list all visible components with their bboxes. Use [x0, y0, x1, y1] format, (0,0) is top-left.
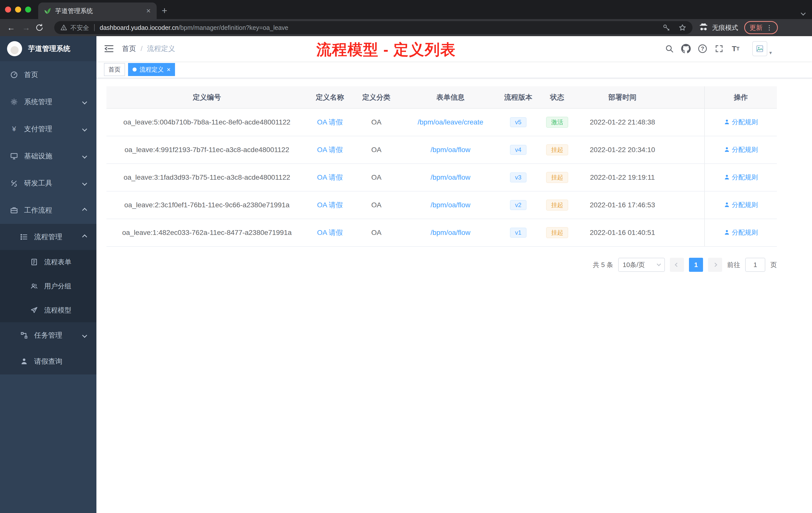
avatar[interactable] [752, 41, 767, 56]
sidebar-item-home[interactable]: 首页 [0, 61, 96, 88]
sidebar-item-workflow[interactable]: 工作流程 [0, 197, 96, 224]
form-link[interactable]: /bpm/oa/flow [431, 201, 470, 209]
current-page-button[interactable]: 1 [689, 258, 703, 272]
table-row: oa_leave:5:004b710b-7b8a-11ec-8ef0-acde4… [107, 109, 777, 136]
definition-name-link[interactable]: OA 请假 [317, 118, 343, 126]
cell-category: OA [352, 191, 400, 219]
person-icon [20, 357, 28, 365]
form-link[interactable]: /bpm/oa/flow [431, 146, 470, 154]
red-annotation: 流程模型 - 定义列表 [316, 40, 456, 60]
font-size-icon[interactable]: TT [731, 44, 741, 54]
breadcrumb-current: 流程定义 [147, 44, 175, 54]
collapse-sidebar-icon[interactable] [104, 44, 114, 53]
page-content: 定义编号 定义名称 定义分类 表单信息 流程版本 状态 部署时间 操作 [96, 78, 812, 513]
browser-menu-icon[interactable]: ⋮ [766, 24, 773, 31]
assign-rule-link[interactable]: 分配规则 [724, 145, 758, 154]
minimize-window-button[interactable] [15, 6, 21, 12]
password-key-icon[interactable] [662, 24, 670, 32]
tab-search-icon[interactable] [802, 7, 805, 17]
sidebar-item-user-group[interactable]: 用户分组 [0, 274, 96, 298]
security-label: 不安全 [70, 24, 89, 32]
breadcrumb-home[interactable]: 首页 [122, 44, 136, 54]
bookmark-star-icon[interactable] [678, 24, 687, 32]
assign-rule-link[interactable]: 分配规则 [724, 118, 758, 126]
top-navbar: 首页 / 流程定义 流程模型 - 定义列表 ? TT [96, 36, 812, 61]
github-icon[interactable] [681, 44, 691, 54]
cell-time: 2022-01-22 21:48:38 [579, 109, 666, 136]
paper-plane-icon [30, 306, 38, 314]
tag-home[interactable]: 首页 [104, 63, 125, 76]
search-icon[interactable] [664, 44, 674, 54]
sidebar-item-system[interactable]: 系统管理 [0, 88, 96, 116]
back-button[interactable]: ← [5, 24, 17, 32]
col-definition-category: 定义分类 [352, 86, 400, 109]
col-definition-name: 定义名称 [307, 86, 352, 109]
help-icon[interactable]: ? [697, 44, 707, 54]
assign-rule-link[interactable]: 分配规则 [724, 201, 758, 209]
tag-process-definition[interactable]: 流程定义 × [128, 63, 175, 76]
cell-category: OA [352, 136, 400, 163]
sidebar-item-devtools[interactable]: 研发工具 [0, 170, 96, 197]
forward-button[interactable]: → [20, 24, 32, 32]
next-page-button[interactable] [708, 258, 722, 272]
form-link[interactable]: /bpm/oa/flow [431, 174, 470, 181]
assign-rule-link[interactable]: 分配规则 [724, 173, 758, 182]
definition-name-link[interactable]: OA 请假 [317, 146, 343, 154]
address-bar[interactable]: 不安全 dashboard.yudao.iocoder.cn /bpm/mana… [54, 21, 693, 34]
definition-name-link[interactable]: OA 请假 [317, 174, 343, 181]
tag-close-icon[interactable]: × [167, 66, 171, 73]
definition-name-link[interactable]: OA 请假 [317, 229, 343, 236]
url-host: dashboard.yudao.iocoder.cn [100, 24, 178, 31]
page-unit-label: 页 [770, 261, 777, 269]
update-label[interactable]: 更新 [750, 23, 762, 32]
gear-icon [10, 98, 18, 106]
app-title: 芋道管理系统 [28, 44, 70, 54]
active-dot [133, 67, 137, 71]
new-tab-button[interactable]: + [162, 5, 167, 16]
workflow-submenu: 流程管理 流程表单 用户分组 流程模型 [0, 224, 96, 374]
chevron-up-icon [82, 234, 87, 239]
sidebar-item-process-model[interactable]: 流程模型 [0, 298, 96, 322]
sidebar-item-payment[interactable]: ¥ 支付管理 [0, 116, 96, 143]
tab-close-icon[interactable]: × [145, 6, 152, 15]
omnibox-divider [94, 24, 95, 31]
status-badge: 挂起 [546, 172, 568, 183]
status-badge: 挂起 [546, 144, 568, 155]
version-tag: v4 [510, 145, 526, 155]
fullscreen-icon[interactable] [714, 44, 724, 54]
assign-rule-link[interactable]: 分配规则 [724, 228, 758, 237]
window-controls [5, 6, 31, 12]
tools-icon [10, 179, 18, 187]
form-link[interactable]: /bpm/oa/leave/create [417, 118, 483, 126]
col-actions: 操作 [704, 86, 777, 109]
form-icon [30, 258, 38, 266]
sidebar-item-process-management[interactable]: 流程管理 [0, 224, 96, 250]
status-badge: 激活 [546, 117, 568, 128]
sidebar-item-task-management[interactable]: 任务管理 [0, 322, 96, 349]
zoom-window-button[interactable] [25, 6, 31, 12]
reload-button[interactable] [35, 23, 47, 32]
col-deploy-time: 部署时间 [579, 86, 666, 109]
cell-time: 2022-01-22 19:19:11 [579, 163, 666, 191]
sidebar-item-process-form[interactable]: 流程表单 [0, 250, 96, 274]
prev-page-button[interactable] [670, 258, 684, 272]
user-avatar-menu[interactable]: ▾ [752, 41, 772, 56]
sidebar-item-infrastructure[interactable]: 基础设施 [0, 143, 96, 170]
definition-name-link[interactable]: OA 请假 [317, 201, 343, 209]
table-header-row: 定义编号 定义名称 定义分类 表单信息 流程版本 状态 部署时间 操作 [107, 86, 777, 109]
goto-page-input[interactable] [745, 258, 765, 272]
cell-id: oa_leave:1:482ec033-762a-11ec-8477-a2380… [107, 219, 307, 246]
update-chip[interactable]: 更新 ⋮ [744, 21, 778, 34]
cell-id: oa_leave:2:3c1f0ef1-76b1-11ec-9c66-a2380… [107, 191, 307, 219]
form-link[interactable]: /bpm/oa/flow [431, 229, 470, 236]
pagination: 共 5 条 10条/页 1 前往 页 [107, 258, 777, 272]
sidebar-item-leave-query[interactable]: 请假查询 [0, 349, 96, 374]
browser-tab[interactable]: 芋道管理系统 × [38, 2, 157, 19]
page-size-select[interactable]: 10条/页 [618, 258, 665, 272]
goto-label: 前往 [727, 261, 740, 269]
breadcrumb: 首页 / 流程定义 [122, 44, 175, 54]
close-window-button[interactable] [5, 6, 11, 12]
cell-time: 2022-01-16 17:46:53 [579, 191, 666, 219]
security-warning-icon[interactable] [60, 24, 67, 31]
cell-time: 2022-01-22 20:34:10 [579, 136, 666, 163]
